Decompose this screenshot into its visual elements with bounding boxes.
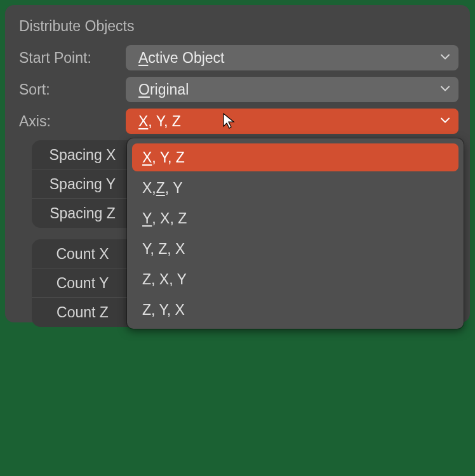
axis-row: Axis: X, Y, Z [17, 109, 458, 134]
axis-option-4[interactable]: Z, X, Y [132, 265, 458, 293]
chevron-down-icon [439, 81, 451, 98]
axis-option-5[interactable]: Z, Y, X [132, 296, 458, 324]
axis-label: Axis: [17, 113, 126, 130]
spacing-x-field[interactable]: Spacing X [32, 140, 133, 169]
start-point-row: Start Point: Active Object [17, 45, 458, 70]
axis-value: X, Y, Z [138, 113, 181, 130]
axis-option-0[interactable]: X, Y, Z [132, 143, 458, 171]
count-x-field[interactable]: Count X [32, 239, 133, 268]
chevron-down-icon [439, 50, 451, 67]
sort-label: Sort: [17, 81, 126, 98]
axis-dropdown[interactable]: X, Y, ZX, Z, YY, X, ZY, Z, XZ, X, YZ, Y,… [127, 138, 464, 329]
sort-row: Sort: Original [17, 77, 458, 102]
start-point-value: Active Object [138, 50, 225, 67]
axis-option-2[interactable]: Y, X, Z [132, 204, 458, 232]
count-y-field[interactable]: Count Y [32, 268, 133, 298]
spacing-z-field[interactable]: Spacing Z [32, 199, 133, 228]
chevron-down-icon [439, 113, 451, 130]
start-point-select[interactable]: Active Object [126, 45, 458, 70]
count-z-field[interactable]: Count Z [32, 298, 133, 327]
axis-option-3[interactable]: Y, Z, X [132, 235, 458, 263]
panel-title: Distribute Objects [17, 18, 458, 35]
start-point-label: Start Point: [17, 50, 126, 67]
axis-select[interactable]: X, Y, Z [126, 109, 458, 134]
sort-value: Original [138, 81, 189, 98]
spacing-y-field[interactable]: Spacing Y [32, 169, 133, 199]
axis-option-1[interactable]: X, Z, Y [132, 174, 458, 202]
sort-select[interactable]: Original [126, 77, 458, 102]
